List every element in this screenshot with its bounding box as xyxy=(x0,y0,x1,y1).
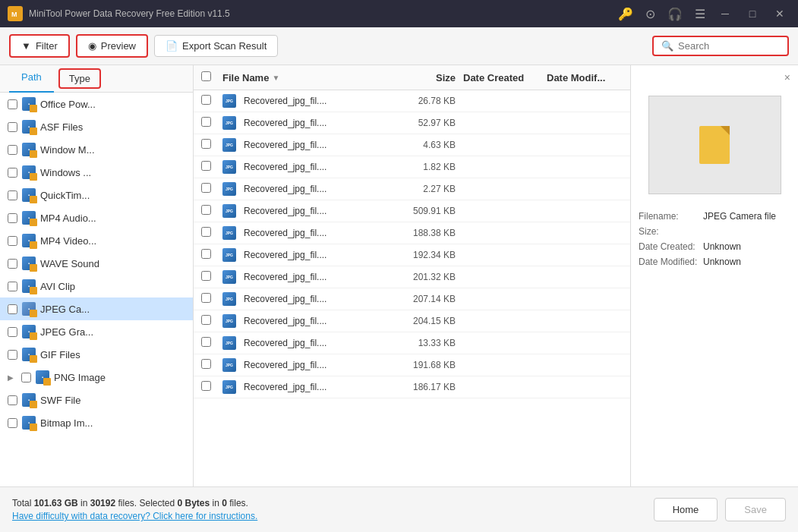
row-checkbox[interactable] xyxy=(201,183,211,193)
item-checkbox-1[interactable] xyxy=(8,99,17,109)
file-size: 188.38 KB xyxy=(395,228,463,238)
file-type-icon: ▪ xyxy=(22,279,36,293)
row-checkbox[interactable] xyxy=(201,315,211,325)
item-checkbox-2[interactable] xyxy=(8,122,17,132)
item-checkbox-15[interactable] xyxy=(8,418,17,428)
list-item[interactable]: ▪ Office Pow... xyxy=(0,93,193,115)
item-checkbox-8[interactable] xyxy=(8,259,17,269)
row-checkbox[interactable] xyxy=(201,249,211,259)
item-checkbox-4[interactable] xyxy=(8,168,17,178)
minimize-button[interactable]: ─ xyxy=(714,3,736,24)
file-size: 52.97 KB xyxy=(395,118,463,128)
key-icon[interactable]: 🔑 xyxy=(615,5,636,23)
list-item[interactable]: ▪ Bitmap Im... xyxy=(0,411,193,434)
expand-arrow-icon[interactable]: ▶ xyxy=(8,373,14,382)
file-type-icon: ▪ xyxy=(22,416,36,430)
save-button[interactable]: Save xyxy=(725,498,786,521)
item-checkbox-5[interactable] xyxy=(8,190,17,200)
list-item[interactable]: ▪ ASF Files xyxy=(0,115,193,138)
total-size: 101.63 GB xyxy=(34,498,78,508)
file-icon: JPG xyxy=(222,204,236,218)
row-checkbox[interactable] xyxy=(201,271,211,281)
table-row[interactable]: JPG Recovered_jpg_fil.... 201.32 KB xyxy=(194,266,630,288)
list-item[interactable]: ▪ Window M... xyxy=(0,138,193,161)
list-item-selected[interactable]: ▪ JPEG Ca... xyxy=(0,297,193,320)
item-checkbox-3[interactable] xyxy=(8,145,17,155)
statusbar: Total 101.63 GB in 30192 files. Selected… xyxy=(0,486,798,532)
help-link[interactable]: Have difficulty with data recovery? Clic… xyxy=(12,511,257,521)
sidebar-list: ▪ Office Pow... ▪ ASF Files ▪ Wi xyxy=(0,93,193,486)
table-row[interactable]: JPG Recovered_jpg_fil.... 204.15 KB xyxy=(194,310,630,332)
sort-icon[interactable]: ▼ xyxy=(272,74,279,82)
file-name: Recovered_jpg_fil.... xyxy=(244,118,326,128)
row-checkbox[interactable] xyxy=(201,293,211,303)
row-checkbox[interactable] xyxy=(201,359,211,369)
list-item[interactable]: ▪ SWF File xyxy=(0,389,193,411)
row-checkbox[interactable] xyxy=(201,117,211,127)
item-checkbox-9[interactable] xyxy=(8,282,17,291)
table-row[interactable]: JPG Recovered_jpg_fil.... 2.27 KB xyxy=(194,178,630,200)
row-checkbox[interactable] xyxy=(201,95,211,105)
row-checkbox[interactable] xyxy=(201,337,211,347)
item-checkbox-14[interactable] xyxy=(8,395,17,405)
row-checkbox[interactable] xyxy=(201,205,211,215)
selected-size: 0 Bytes xyxy=(178,498,210,508)
item-checkbox-11[interactable] xyxy=(8,327,17,337)
list-item[interactable]: ▪ WAVE Sound xyxy=(0,252,193,275)
table-row[interactable]: JPG Recovered_jpg_fil.... 1.82 KB xyxy=(194,156,630,178)
list-item[interactable]: ▪ AVI Clip xyxy=(0,275,193,297)
export-button[interactable]: 📄 Export Scan Result xyxy=(154,35,278,57)
item-checkbox-7[interactable] xyxy=(8,236,17,246)
tab-path[interactable]: Path xyxy=(9,65,54,93)
list-item[interactable]: ▪ MP4 Audio... xyxy=(0,206,193,229)
preview-close-button[interactable]: × xyxy=(784,71,790,83)
row-checkbox[interactable] xyxy=(201,227,211,237)
item-checkbox-13[interactable] xyxy=(21,373,31,382)
list-item[interactable]: ▪ JPEG Gra... xyxy=(0,320,193,343)
search-input[interactable] xyxy=(678,40,784,52)
circle-icon[interactable]: ⊙ xyxy=(642,5,658,23)
filter-button[interactable]: ▼ Filter xyxy=(9,34,70,58)
info-row-size: Size: xyxy=(639,226,790,237)
row-checkbox[interactable] xyxy=(201,139,211,149)
table-row[interactable]: JPG Recovered_jpg_fil.... 207.14 KB xyxy=(194,288,630,310)
item-checkbox-6[interactable] xyxy=(8,213,17,223)
table-row[interactable]: JPG Recovered_jpg_fil.... 26.78 KB xyxy=(194,90,630,112)
preview-button[interactable]: ◉ Preview xyxy=(76,34,148,58)
file-name: Recovered_jpg_fil.... xyxy=(244,228,326,238)
menu-icon[interactable]: ☰ xyxy=(692,5,708,23)
toolbar: ▼ Filter ◉ Preview 📄 Export Scan Result … xyxy=(0,27,798,65)
list-item[interactable]: ▶ ▪ PNG Image xyxy=(0,366,193,389)
table-row[interactable]: JPG Recovered_jpg_fil.... 13.33 KB xyxy=(194,332,630,354)
table-row[interactable]: JPG Recovered_jpg_fil.... 509.91 KB xyxy=(194,200,630,222)
list-item[interactable]: ▪ QuickTim... xyxy=(0,184,193,206)
table-row[interactable]: JPG Recovered_jpg_fil.... 192.34 KB xyxy=(194,244,630,266)
preview-image-area xyxy=(648,96,781,194)
item-checkbox-12[interactable] xyxy=(8,350,17,360)
maximize-button[interactable]: □ xyxy=(742,3,763,24)
select-all-checkbox[interactable] xyxy=(201,71,211,81)
table-row[interactable]: JPG Recovered_jpg_fil.... 52.97 KB xyxy=(194,112,630,134)
app-title: MiniTool Power Data Recovery Free Editio… xyxy=(29,8,230,19)
titlebar-icons: 🔑 ⊙ 🎧 ☰ ─ □ ✕ xyxy=(615,3,790,24)
table-row[interactable]: JPG Recovered_jpg_fil.... 188.38 KB xyxy=(194,222,630,244)
tab-type[interactable]: Type xyxy=(58,68,101,89)
close-button[interactable]: ✕ xyxy=(769,3,790,24)
row-checkbox[interactable] xyxy=(201,381,211,391)
titlebar-left: M MiniTool Power Data Recovery Free Edit… xyxy=(8,6,230,21)
file-size: 1.82 KB xyxy=(395,162,463,172)
row-checkbox[interactable] xyxy=(201,161,211,171)
list-item[interactable]: ▪ Windows ... xyxy=(0,161,193,184)
item-checkbox-10[interactable] xyxy=(8,304,17,314)
list-item[interactable]: ▪ GIF Files xyxy=(0,343,193,366)
sidebar-item-label: MP4 Audio... xyxy=(40,212,96,224)
home-button[interactable]: Home xyxy=(654,498,718,521)
file-name: Recovered_jpg_fil.... xyxy=(244,96,326,106)
file-type-icon: ▪ xyxy=(22,97,36,111)
table-row[interactable]: JPG Recovered_jpg_fil.... 4.63 KB xyxy=(194,134,630,156)
table-row[interactable]: JPG Recovered_jpg_fil.... 186.17 KB xyxy=(194,376,630,398)
export-icon: 📄 xyxy=(166,40,178,52)
list-item[interactable]: ▪ MP4 Video... xyxy=(0,229,193,252)
table-row[interactable]: JPG Recovered_jpg_fil.... 191.68 KB xyxy=(194,354,630,376)
headphones-icon[interactable]: 🎧 xyxy=(664,5,686,23)
